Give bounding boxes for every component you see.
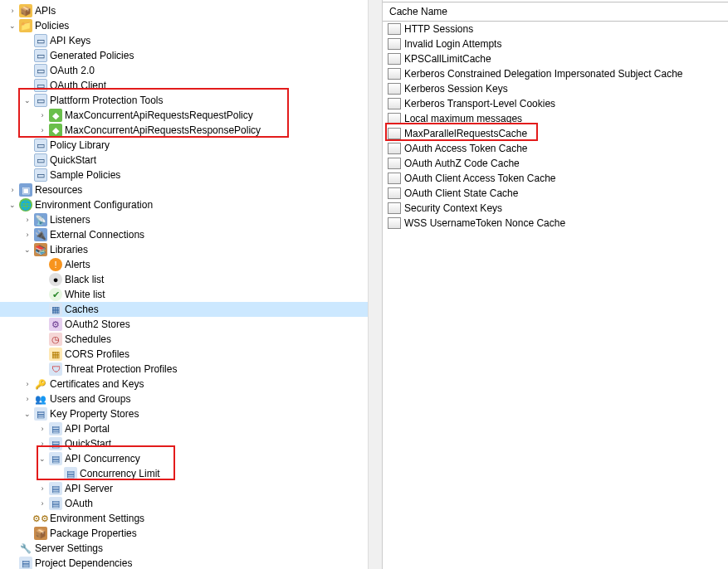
node-env-settings[interactable]: ·⚙⚙Environment Settings xyxy=(0,511,382,526)
node-max-req-policy[interactable]: ›◆MaxConcurrentApiRequestsRequestPolicy xyxy=(0,108,382,123)
cache-row[interactable]: Invalid Login Attempts xyxy=(383,36,728,51)
cache-row[interactable]: Kerberos Session Keys xyxy=(383,81,728,96)
expander-icon[interactable]: › xyxy=(22,378,33,390)
node-users[interactable]: ›👥Users and Groups xyxy=(0,391,382,406)
cache-row[interactable]: Kerberos Constrained Delegation Imperson… xyxy=(383,66,728,81)
tree-scrollbar[interactable] xyxy=(368,0,382,569)
expander-icon[interactable]: ⌄ xyxy=(22,408,33,420)
node-package-props-icon: 📦 xyxy=(34,527,47,540)
node-sample-policies[interactable]: ·▭Sample Policies xyxy=(0,168,382,182)
cache-row[interactable]: Kerberos Transport-Level Cookies xyxy=(383,96,728,111)
expander-icon[interactable]: ⌄ xyxy=(7,199,18,211)
node-whitelist[interactable]: ·✔White list xyxy=(0,287,382,302)
expander-icon[interactable]: ⌄ xyxy=(22,244,33,255)
node-kps-oauth[interactable]: ›▤OAuth xyxy=(0,496,382,511)
cache-row[interactable]: MaxParallelRequestsCache xyxy=(383,126,728,141)
node-oauth20[interactable]: ·▭OAuth 2.0 xyxy=(0,63,382,78)
node-oauth2-stores[interactable]: ·⚙OAuth2 Stores xyxy=(0,317,382,332)
node-api-concurrency[interactable]: ⌄▤API Concurrency xyxy=(0,451,382,466)
node-package-props[interactable]: ·📦Package Properties xyxy=(0,526,382,541)
cache-row[interactable]: OAuth Access Token Cache xyxy=(383,141,728,156)
expander-icon[interactable]: › xyxy=(37,438,48,450)
node-oauth-client[interactable]: ·▭OAuth Client xyxy=(0,78,382,93)
cache-row[interactable]: HTTP Sessions xyxy=(383,22,728,36)
node-env-config[interactable]: ⌄🌐Environment Configuration xyxy=(0,197,382,212)
node-quickstart-icon: ▭ xyxy=(34,153,47,167)
cache-row[interactable]: OAuth Client State Cache xyxy=(383,186,728,201)
cache-row[interactable]: OAuth Client Access Token Cache xyxy=(383,171,728,186)
expander-icon[interactable]: › xyxy=(37,423,48,435)
tree-item-label: OAuth2 Stores xyxy=(65,319,135,330)
tree-pane[interactable]: ›📦APIs⌄📁Policies·▭API Keys·▭Generated Po… xyxy=(0,0,383,569)
expander-icon[interactable]: › xyxy=(37,109,48,121)
tree-item-label: QuickStart xyxy=(50,154,101,166)
node-libraries-icon: 📚 xyxy=(34,243,47,256)
node-api-portal[interactable]: ›▤API Portal xyxy=(0,421,382,436)
cache-row[interactable]: WSS UsernameToken Nonce Cache xyxy=(383,216,728,231)
tree-item-label: OAuth Client xyxy=(50,80,111,91)
tree-item-label: Alerts xyxy=(65,259,95,270)
node-ext-conn[interactable]: ›🔌External Connections xyxy=(0,227,382,242)
node-alerts-icon: ! xyxy=(49,258,62,271)
cache-icon xyxy=(388,187,401,199)
cache-icon xyxy=(388,68,401,80)
node-kps-oauth-icon: ▤ xyxy=(49,497,62,510)
node-certs[interactable]: ›🔑Certificates and Keys xyxy=(0,377,382,391)
node-certs-icon: 🔑 xyxy=(34,377,47,391)
node-generated-policies[interactable]: ·▭Generated Policies xyxy=(0,48,382,63)
node-api-keys[interactable]: ·▭API Keys xyxy=(0,33,382,48)
node-alerts[interactable]: ·!Alerts xyxy=(0,257,382,272)
expander-icon[interactable]: ⌄ xyxy=(7,20,18,32)
cache-icon xyxy=(388,23,401,35)
cache-icon xyxy=(388,53,401,65)
cache-icon xyxy=(388,128,401,139)
node-policies[interactable]: ⌄📁Policies xyxy=(0,18,382,33)
node-listeners-icon: 📡 xyxy=(34,213,47,226)
node-proj-deps[interactable]: ·▤Project Dependencies xyxy=(0,556,382,569)
expander-icon[interactable]: › xyxy=(7,184,18,196)
node-plattform-protection[interactable]: ⌄▭Plattform Protection Tools xyxy=(0,93,382,108)
cache-row[interactable]: Local maximum messages xyxy=(383,111,728,126)
expander-icon[interactable]: › xyxy=(37,483,48,494)
node-cors[interactable]: ·▦CORS Profiles xyxy=(0,347,382,362)
node-server-settings[interactable]: ·🔧Server Settings xyxy=(0,541,382,556)
expander-icon[interactable]: › xyxy=(22,214,33,226)
node-api-server-icon: ▤ xyxy=(49,482,62,495)
expander-icon[interactable]: › xyxy=(22,229,33,241)
node-blacklist[interactable]: ·●Black list xyxy=(0,272,382,287)
cache-row-label: OAuth AuthZ Code Cache xyxy=(404,158,520,169)
node-users-icon: 👥 xyxy=(34,392,47,406)
cache-row[interactable]: OAuth AuthZ Code Cache xyxy=(383,156,728,171)
app-root: ›📦APIs⌄📁Policies·▭API Keys·▭Generated Po… xyxy=(0,0,728,569)
node-schedules[interactable]: ·◷Schedules xyxy=(0,332,382,347)
expander-icon[interactable]: › xyxy=(22,393,33,405)
cache-row[interactable]: Security Context Keys xyxy=(383,201,728,216)
node-concurrency-limit[interactable]: ·▤Concurrency Limit xyxy=(0,466,382,481)
tree-item-label: Server Settings xyxy=(35,542,108,554)
expander-icon[interactable]: ⌄ xyxy=(22,95,33,106)
cache-row[interactable]: KPSCallLimitCache xyxy=(383,51,728,66)
node-resources[interactable]: ›▣Resources xyxy=(0,182,382,197)
node-max-resp-policy[interactable]: ›◆MaxConcurrentApiRequestsResponsePolicy xyxy=(0,123,382,138)
node-caches[interactable]: ·▦Caches xyxy=(0,302,382,317)
cache-icon xyxy=(388,98,401,109)
node-libraries[interactable]: ⌄📚Libraries xyxy=(0,242,382,257)
node-kps[interactable]: ⌄▤Key Property Stores xyxy=(0,406,382,421)
expander-icon[interactable]: › xyxy=(37,498,48,509)
expander-icon[interactable]: ⌄ xyxy=(37,453,48,464)
node-apis[interactable]: ›📦APIs xyxy=(0,3,382,18)
node-threat[interactable]: ·🛡Threat Protection Profiles xyxy=(0,362,382,377)
cache-column-header[interactable]: Cache Name xyxy=(383,2,728,22)
tree-item-label: Certificates and Keys xyxy=(50,378,149,390)
expander-icon[interactable]: › xyxy=(37,124,48,136)
node-kps-quickstart[interactable]: ›▤QuickStart xyxy=(0,436,382,451)
expander-icon[interactable]: › xyxy=(7,5,18,17)
node-oauth2-stores-icon: ⚙ xyxy=(49,318,62,331)
tree-item-label: Black list xyxy=(65,274,109,285)
node-quickstart[interactable]: ·▭QuickStart xyxy=(0,153,382,168)
node-api-server[interactable]: ›▤API Server xyxy=(0,481,382,496)
node-listeners[interactable]: ›📡Listeners xyxy=(0,212,382,227)
node-policy-library[interactable]: ·▭Policy Library xyxy=(0,138,382,153)
tree-item-label: Project Dependencies xyxy=(35,557,137,569)
tree-item-label: Caches xyxy=(65,304,104,315)
